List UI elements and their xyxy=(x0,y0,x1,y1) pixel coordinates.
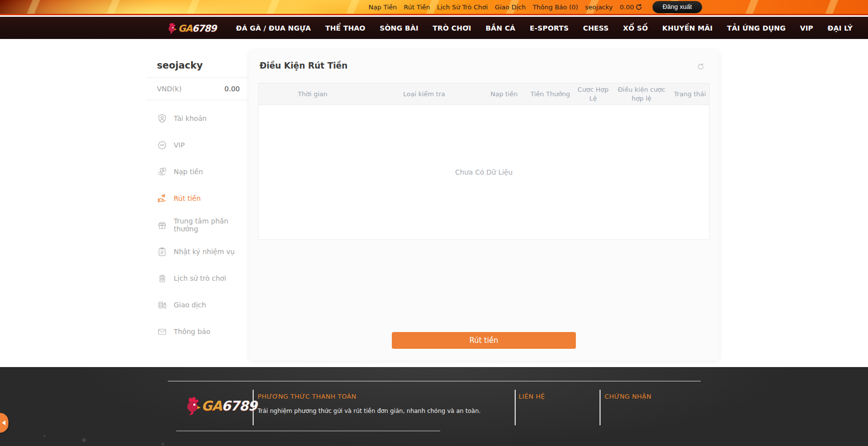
content-area: seojacky VND(k) 0.00 Tài khoản xyxy=(0,39,868,367)
vip-icon: VIP xyxy=(157,140,167,150)
nav-item-casino[interactable]: SÒNG BÀI xyxy=(379,24,418,32)
sidebar-item-transactions[interactable]: Giao dịch xyxy=(146,292,249,318)
page-title: Điều Kiện Rút Tiền xyxy=(260,61,347,71)
sidebar-balance-row: VND(k) 0.00 xyxy=(146,78,249,100)
sidebar-username: seojacky xyxy=(146,50,249,77)
logout-button[interactable]: Đăng xuất xyxy=(652,1,702,13)
nav-item-agent[interactable]: ĐẠI LÝ xyxy=(828,24,853,32)
reward-center-icon xyxy=(157,220,167,230)
nav-item-esports[interactable]: E-SPORTS xyxy=(529,24,568,32)
footer-contact-heading: LIÊN HỆ xyxy=(519,393,545,400)
topbar-username: seojacky xyxy=(585,3,613,11)
refresh-table-icon[interactable] xyxy=(697,63,705,71)
nav-item-games[interactable]: TRÒ CHƠI xyxy=(433,24,471,32)
topbar-link-notifications[interactable]: Thông Báo (0) xyxy=(532,3,578,11)
nav-item-lottery[interactable]: XỔ SỐ xyxy=(623,24,648,32)
footer-logo[interactable]: GA6789 xyxy=(184,396,257,415)
svg-text:VIP: VIP xyxy=(160,144,165,147)
task-log-icon xyxy=(157,247,167,257)
nav-item-promotions[interactable]: KHUYẾN MÃI xyxy=(662,24,713,32)
col-header-check-type: Loại kiểm tra xyxy=(367,88,482,101)
sidebar-item-label: Nhật ký nhiệm vụ xyxy=(174,248,246,256)
deposit-icon xyxy=(157,167,167,177)
withdraw-icon xyxy=(157,193,167,204)
footer-bottom-divider xyxy=(176,431,440,431)
topbar-link-deposit[interactable]: Nạp Tiền xyxy=(369,3,397,11)
col-header-valid-bet-cond: Điều kiện cược hợp lệ xyxy=(612,83,671,105)
col-header-time: Thời gian xyxy=(259,88,367,101)
chevron-left-icon xyxy=(2,420,5,425)
withdraw-conditions-table: Thời gian Loại kiểm tra Nạp tiền Tiền Th… xyxy=(258,83,710,240)
nav-item-cockfight-racing[interactable]: ĐÁ GÀ / ĐUA NGỰA xyxy=(236,24,311,32)
footer-top-divider xyxy=(168,381,701,381)
notifications-icon xyxy=(157,327,167,337)
col-header-status: Trạng thái xyxy=(671,88,709,101)
sidebar-item-label: Tài khoản xyxy=(174,114,246,122)
nav-item-chess[interactable]: CHESS xyxy=(583,24,608,32)
rooster-logo-icon xyxy=(184,396,201,415)
sidebar-item-task-log[interactable]: Nhật ký nhiệm vụ xyxy=(146,238,249,265)
col-header-valid-bet: Cược Hợp Lệ xyxy=(574,83,612,105)
sidebar-item-account[interactable]: Tài khoản xyxy=(146,105,249,132)
sidebar-item-label: Nạp tiền xyxy=(174,168,246,176)
account-sidebar: seojacky VND(k) 0.00 Tài khoản xyxy=(146,50,249,345)
nav-item-download-app[interactable]: TẢI ỨNG DỤNG xyxy=(727,24,786,32)
sidebar-item-label: Thông báo xyxy=(174,328,246,335)
sidebar-menu: Tài khoản VIP VIP Nạp tiền xyxy=(146,100,249,345)
footer-vertical-divider xyxy=(600,390,601,425)
table-header-row: Thời gian Loại kiểm tra Nạp tiền Tiền Th… xyxy=(259,83,709,105)
page: Nạp Tiền Rút Tiền Lịch Sử Trò Chơi Giao … xyxy=(0,0,868,446)
footer-payment-heading: PHƯƠNG THỨC THANH TOÁN xyxy=(258,393,356,400)
footer-vertical-divider xyxy=(515,390,516,425)
nav-item-vip[interactable]: VIP xyxy=(800,24,813,32)
table-body: Chưa Có Dữ Liệu xyxy=(259,105,709,239)
footer-payment-description: Trải nghiệm phương thức gửi và rút tiền … xyxy=(258,408,481,414)
logo-text-number: 6789 xyxy=(192,23,216,34)
nav-item-sports[interactable]: THỂ THAO xyxy=(325,24,365,32)
topbar-link-transactions[interactable]: Giao Dịch xyxy=(495,3,526,11)
empty-state-text: Chưa Có Dữ Liệu xyxy=(455,168,513,176)
nav-item-fishing[interactable]: BẮN CÁ xyxy=(486,24,515,32)
withdraw-button[interactable]: Rút tiền xyxy=(392,332,576,349)
rooster-logo-icon xyxy=(166,22,177,34)
brand-logo[interactable]: GA6789 xyxy=(166,22,216,34)
nav-items: ĐÁ GÀ / ĐUA NGỰA THỂ THAO SÒNG BÀI TRÒ C… xyxy=(236,24,853,32)
logo-text-ga: GA xyxy=(178,23,192,34)
refresh-balance-icon[interactable] xyxy=(635,3,642,11)
main-nav: GA6789 ĐÁ GÀ / ĐUA NGỰA THỂ THAO SÒNG BÀ… xyxy=(0,17,868,39)
sidebar-item-reward-center[interactable]: Trung tâm phần thưởng xyxy=(146,212,249,238)
col-header-deposit: Nạp tiền xyxy=(482,88,527,101)
game-history-icon xyxy=(157,273,167,284)
sidebar-item-label: Trung tâm phần thưởng xyxy=(174,217,246,233)
account-icon xyxy=(157,113,167,124)
sidebar-item-label: Lịch sử trò chơi xyxy=(174,274,246,282)
footer-logo-text-number: 6789 xyxy=(222,398,257,413)
footer-logo-text-ga: GA xyxy=(201,398,222,413)
col-header-bonus: Tiền Thưởng xyxy=(527,88,574,101)
currency-label: VND(k) xyxy=(157,85,182,93)
footer-vertical-divider xyxy=(253,390,254,425)
footer-cert-heading: CHỨNG NHẬN xyxy=(604,393,651,400)
topbar-balance: 0.00 xyxy=(620,3,634,11)
transactions-icon xyxy=(157,300,167,310)
sidebar-item-game-history[interactable]: Lịch sử trò chơi xyxy=(146,265,249,292)
topbar-link-withdraw[interactable]: Rút Tiền xyxy=(404,3,430,11)
sidebar-balance-value: 0.00 xyxy=(225,85,240,93)
top-bar: Nạp Tiền Rút Tiền Lịch Sử Trò Chơi Giao … xyxy=(0,0,868,15)
withdraw-conditions-card: Điều Kiện Rút Tiền Thời gian Loại kiểm t… xyxy=(249,50,719,361)
sidebar-item-vip[interactable]: VIP VIP xyxy=(146,132,249,158)
sidebar-item-label: Giao dịch xyxy=(174,301,246,309)
footer: GA6789 PHƯƠNG THỨC THANH TOÁN Trải nghiệ… xyxy=(0,367,868,446)
sidebar-item-label: Rút tiền xyxy=(174,194,246,202)
sidebar-item-withdraw[interactable]: Rút tiền xyxy=(146,185,249,212)
sidebar-item-notifications[interactable]: Thông báo xyxy=(146,318,249,345)
topbar-link-game-history[interactable]: Lịch Sử Trò Chơi xyxy=(437,3,488,11)
sidebar-item-label: VIP xyxy=(174,141,246,149)
sidebar-item-deposit[interactable]: Nạp tiền xyxy=(146,158,249,185)
